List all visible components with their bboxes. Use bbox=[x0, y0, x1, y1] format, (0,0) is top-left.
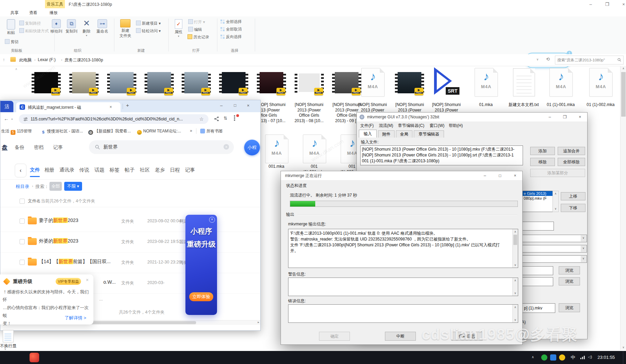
all-bookmarks-button[interactable]: 所有书签 bbox=[200, 128, 223, 134]
bookmark-item[interactable]: 🏆NORM TEAM论坛:... bbox=[137, 128, 181, 135]
share-icon[interactable] bbox=[214, 116, 219, 121]
track-scroll-down[interactable]: ∨ bbox=[553, 206, 558, 212]
corner-chevron[interactable]: ∨ bbox=[4, 347, 7, 351]
file-row[interactable]: 妻子的新世界2023 文件夹 2023-09-02 00:04 网剧 i bbox=[0, 211, 260, 232]
explorer-close-button[interactable]: × bbox=[617, 1, 626, 8]
bookmark-item[interactable]: S慢慢游社区 - 国语... bbox=[41, 128, 83, 135]
ribbon-tab-play[interactable]: 播放 bbox=[47, 9, 60, 16]
mini-program-badge[interactable]: 小程 bbox=[244, 140, 260, 155]
file-label[interactable]: 01.mka bbox=[467, 102, 505, 108]
input-file-item[interactable]: 001 (1)-001.mka (F:\庶务二课2013-1080p) bbox=[361, 158, 523, 164]
ok-button[interactable]: 确定 bbox=[319, 332, 350, 341]
tray-icon-yellow[interactable] bbox=[559, 354, 565, 361]
track-item-selected[interactable]: e Girls 2013) bbox=[523, 191, 553, 196]
file-label[interactable]: [NOP] Shomuni2013 (Power Office Girls201… bbox=[290, 102, 328, 124]
track-scrollbar[interactable]: ∧ ∨ bbox=[553, 191, 559, 212]
back-icon[interactable]: ← bbox=[4, 116, 9, 121]
menu-chapter-editor[interactable]: 章节编辑器(C) bbox=[398, 123, 424, 129]
output-message-box[interactable]: 'F:\庶务二课2013-1080p\001 (1)-001.mka' 轨道 0… bbox=[288, 229, 518, 268]
progress-maximize-button[interactable]: □ bbox=[493, 171, 507, 180]
file-label[interactable]: 01 (1)-002.mka bbox=[582, 102, 619, 108]
m4a-file-icon[interactable]: ♪M4A bbox=[265, 134, 288, 163]
input-file-item[interactable]: [NOP] Shomuni 2013 (Power Office Girls 2… bbox=[361, 152, 523, 158]
track-name-field[interactable] bbox=[522, 222, 554, 231]
video-file-thumbnail[interactable]: ▶Player bbox=[332, 72, 361, 93]
bookmark-item[interactable]: 5115管理 bbox=[11, 128, 32, 135]
video-file-thumbnail[interactable]: ▶Player bbox=[257, 72, 286, 93]
video-file-thumbnail[interactable]: ▶Player bbox=[182, 72, 211, 93]
up-arrow-icon[interactable]: ↑ bbox=[3, 57, 5, 62]
tab-input[interactable]: 输入 bbox=[359, 130, 377, 138]
menu-window[interactable]: 窗口(W) bbox=[430, 123, 444, 129]
scroll-thumb[interactable] bbox=[621, 72, 626, 117]
track-down-button[interactable]: 下移 bbox=[561, 204, 585, 212]
tab-community[interactable]: 社区 bbox=[140, 167, 150, 173]
language-combo[interactable]: ∨ bbox=[522, 235, 587, 242]
input-file-item[interactable]: [NOP] Shomuni 2013 (Power Office Girls 2… bbox=[361, 146, 523, 152]
ad-cta-button[interactable]: 立即体验 bbox=[189, 292, 213, 301]
file-row[interactable]: 外婆的新世界2023 文件夹 2023-08-22 19:51 国剧 bbox=[0, 232, 260, 253]
video-file-thumbnail[interactable]: ▶Player bbox=[145, 72, 174, 93]
file-row[interactable]: 【14】【新世界前篇】【国日双... 文件夹 2021-12-30 23:20 … bbox=[0, 252, 260, 273]
delete-dropdown-caret[interactable]: ▾ bbox=[80, 34, 93, 37]
track-scroll-up[interactable]: ∧ bbox=[553, 191, 558, 197]
learn-more-link[interactable]: 了解详情 > bbox=[65, 315, 86, 321]
add-button[interactable]: 添加 bbox=[530, 147, 555, 155]
tab-chapter-editor[interactable]: 章节编辑器 bbox=[414, 130, 444, 138]
taskbar-clock[interactable]: 23:01:55 bbox=[597, 355, 615, 360]
new-tab-button[interactable]: + bbox=[126, 102, 129, 108]
track-listbox[interactable]: e Girls 2013) 080p].mkv (F bbox=[522, 191, 553, 212]
copy-path-button[interactable]: 复制路径 bbox=[19, 21, 41, 26]
mini-program-ad[interactable]: × 小程序 重磅升级 立即体验 bbox=[185, 215, 217, 315]
row-checkbox[interactable] bbox=[20, 260, 25, 265]
text-file-icon[interactable] bbox=[513, 68, 535, 96]
tab-tags[interactable]: 标签 bbox=[110, 167, 119, 173]
history-button[interactable]: 历史记录 bbox=[187, 34, 209, 40]
root-dir-link[interactable]: 根目录 bbox=[16, 184, 29, 190]
rename-button[interactable]: ⊶ 重命名 bbox=[93, 19, 111, 34]
append-button[interactable]: 追加合并 bbox=[558, 147, 585, 155]
new-folder-button[interactable]: 新建 文件夹 bbox=[117, 19, 134, 38]
filter-unlimited-button[interactable]: 不限 ▾ bbox=[64, 182, 82, 191]
gui-maximize-button[interactable]: ❐ bbox=[558, 113, 572, 121]
file-label[interactable]: OP] Shomuni13 (Power fice Girls13) - 07 … bbox=[261, 102, 292, 124]
warning-scrollbar[interactable]: ∧∨ bbox=[512, 278, 518, 296]
explorer-maximize-button[interactable]: ❐ bbox=[600, 1, 614, 8]
video-file-thumbnail[interactable]: ▶Player bbox=[69, 72, 99, 93]
error-box[interactable]: ∧∨ bbox=[288, 304, 518, 323]
select-all-checkbox[interactable] bbox=[20, 199, 25, 204]
video-file-thumbnail[interactable]: ▶Player bbox=[107, 72, 136, 93]
output-scrollbar[interactable]: ∧∨ bbox=[512, 229, 518, 268]
select-none-button[interactable]: 全部取消 bbox=[220, 27, 242, 32]
cloud-search-input[interactable]: 新世界 × bbox=[89, 140, 234, 154]
menu-help[interactable]: 帮助(H) bbox=[449, 123, 463, 129]
nav-pane-scroll-up[interactable]: ∧ bbox=[15, 67, 18, 71]
select-all-button[interactable]: 全部选择 bbox=[220, 19, 242, 24]
tab-contacts[interactable]: 通讯录 bbox=[59, 167, 75, 173]
output-browse-button[interactable]: 浏览 bbox=[559, 303, 580, 312]
tab-schedule[interactable]: 日程 bbox=[170, 167, 180, 173]
browser-minimize-button[interactable]: – bbox=[220, 103, 223, 108]
breadcrumb-folder[interactable]: 庶务二课2013-1080p bbox=[65, 57, 103, 63]
bookmark-star-icon[interactable]: ☆ bbox=[199, 114, 204, 124]
breadcrumb-this-pc[interactable]: 此电脑 bbox=[19, 57, 32, 63]
explorer-search-input[interactable]: 搜索"庶务二课2013-1080p" bbox=[555, 56, 624, 64]
bookmark-item[interactable]: 生活 bbox=[1, 128, 9, 134]
show-desktop-button[interactable] bbox=[623, 351, 623, 364]
menu-vault[interactable]: 密档 bbox=[34, 144, 44, 151]
m4a-file-icon[interactable]: ♪M4A bbox=[361, 68, 385, 97]
progress-close-button[interactable]: × bbox=[508, 171, 522, 180]
menu-file[interactable]: 文件(F) bbox=[360, 123, 374, 129]
properties-dropdown-caret[interactable]: ▾ bbox=[172, 35, 185, 38]
file-label[interactable]: 新建文本文档.txt bbox=[505, 102, 543, 108]
edit-button[interactable]: 编辑 bbox=[188, 27, 202, 32]
browse-button[interactable]: 浏览 bbox=[559, 266, 580, 274]
menu-notes[interactable]: 记事 bbox=[53, 144, 63, 151]
ribbon-tab-view[interactable]: 查看 bbox=[27, 9, 39, 16]
delete-button[interactable]: ✕ 删除 ▾ bbox=[80, 19, 93, 37]
tab-posts[interactable]: 帖子 bbox=[125, 167, 135, 173]
video-file-thumbnail[interactable]: ▶Player bbox=[295, 72, 324, 93]
pinned-tab-stub[interactable]: 活 bbox=[0, 101, 13, 112]
file-label[interactable]: [NOP] Shomuni2013 (Power bbox=[391, 102, 429, 113]
popup-close-icon[interactable]: × bbox=[86, 277, 89, 283]
